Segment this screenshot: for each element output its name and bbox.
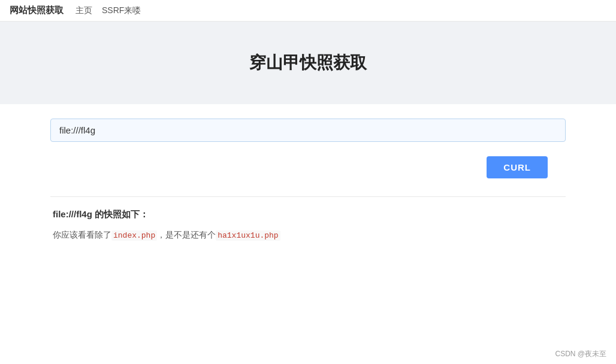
result-title: file:///fl4g 的快照如下： [53,209,563,220]
result-middle: ，是不是还有个 [157,230,216,239]
nav-link-ssrf[interactable]: SSRF来喽 [102,5,141,16]
url-input-wrapper[interactable] [50,119,566,142]
hero-title: 穿山甲快照获取 [12,51,604,74]
result-code2: ha1x1ux1u.php [216,230,280,241]
divider [50,196,566,197]
navbar-brand: 网站快照获取 [10,5,64,16]
main-content: CURL file:///fl4g 的快照如下： 你应该看看除了index.ph… [38,119,578,242]
navbar-links: 主页 SSRF来喽 [76,5,141,16]
curl-button[interactable]: CURL [487,156,548,178]
result-text: 你应该看看除了index.php，是不是还有个ha1x1ux1u.php [53,228,563,242]
button-area: CURL [50,156,566,178]
hero-section: 穿山甲快照获取 [0,22,616,104]
result-prefix: 你应该看看除了 [53,230,111,239]
navbar: 网站快照获取 主页 SSRF来喽 [0,0,616,22]
result-code1: index.php [111,230,157,241]
url-input[interactable] [59,125,557,135]
nav-link-home[interactable]: 主页 [76,5,92,16]
result-section: file:///fl4g 的快照如下： 你应该看看除了index.php，是不是… [50,209,566,242]
